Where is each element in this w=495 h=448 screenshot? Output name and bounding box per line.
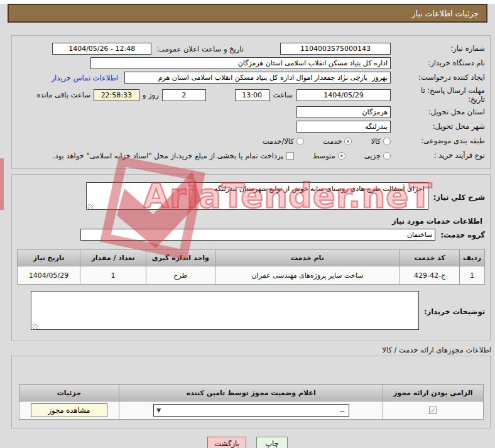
need-description-row: شرح کلي نیاز: اجرای آسفالت طرح هادی روست… <box>17 182 485 212</box>
col-license-status: اعلام وضعیت مجوز توسط تامین کننده <box>119 385 383 402</box>
remaining-days-label: روز و <box>143 90 159 99</box>
process-type-option-partial: جزیی <box>364 151 391 160</box>
col-license-required: الزامی بودن ارائه مجوز <box>383 385 483 402</box>
process-type-label: نوع فرآیند خرید : <box>391 151 485 160</box>
back-button[interactable]: بازگشت <box>207 437 246 448</box>
remaining-days-input[interactable] <box>162 89 206 101</box>
cell-need-date: 1404/05/29 <box>18 266 80 285</box>
deadline-label-line2: تاریخ: <box>396 95 485 104</box>
treasury-option: پرداخت تمام یا بخشی از مبلغ خرید،از محل … <box>53 151 294 160</box>
delivery-city-input[interactable] <box>296 121 391 133</box>
goods-radio[interactable] <box>383 138 391 145</box>
licenses-table-row: -- ▼ مشاهده مجوز <box>19 402 483 420</box>
deadline-label: مهلت ارسال پاسخ: تا تاریخ: <box>391 86 485 104</box>
cell-quantity: 1 <box>80 266 146 285</box>
announce-datetime-label: تاریخ و ساعت اعلان عمومی: <box>151 45 244 53</box>
request-creator-label: ایجاد کننده درخواست: <box>391 73 485 82</box>
service-radio[interactable] <box>344 138 352 145</box>
buyer-notes-textarea[interactable] <box>31 291 419 330</box>
license-status-select[interactable]: -- ▼ <box>153 404 349 417</box>
table-row: 1 ج-42-429 ساخت سایر پروژه‌های مهندسی عم… <box>18 266 485 285</box>
subject-class-option-goods: کالا <box>371 137 391 146</box>
service-group-label: گروه خدمت: <box>435 231 485 239</box>
license-status-value: -- <box>164 407 349 415</box>
col-unit: واحد اندازه گیری <box>146 249 215 266</box>
licenses-group: الزامی بودن ارائه مجوز اعلام وضعیت مجوز … <box>11 356 491 429</box>
page-title-bar: جزئیات اطلاعات نیاز <box>8 4 487 23</box>
countdown-input[interactable] <box>94 89 139 101</box>
service-group-input[interactable] <box>80 229 435 241</box>
cell-row-number: 1 <box>460 266 485 285</box>
licenses-table: الزامی بودن ارائه مجوز اعلام وضعیت مجوز … <box>19 384 484 420</box>
col-quantity: تعداد / مقدار <box>80 249 146 266</box>
subject-class-label: طبقه بندی موضوعی: <box>391 136 485 145</box>
services-section-title: اطلاعات خدمات مورد نیاز <box>19 217 482 226</box>
countdown-label: ساعت باقی مانده <box>37 90 90 99</box>
licenses-table-header-row: الزامی بودن ارائه مجوز اعلام وضعیت مجوز … <box>19 385 483 402</box>
partial-radio[interactable] <box>383 152 391 160</box>
buyer-notes-row: توضیحات خریدار: <box>17 291 485 332</box>
delivery-province-input[interactable] <box>296 106 391 118</box>
subject-class-row: طبقه بندی موضوعی: کالا خدمت کالا/خدمت <box>17 134 485 148</box>
delivery-city-row: شهر محل تحویل: <box>17 120 485 133</box>
goods-service-radio-label: کالا/خدمت <box>263 137 294 146</box>
col-need-date: تاریخ نیاز <box>18 249 80 266</box>
need-info-group: شماره نیاز: تاریخ و ساعت اعلان عمومی: نا… <box>11 35 491 169</box>
license-required-checkbox[interactable] <box>429 407 437 414</box>
licenses-section-title: اطلاعات مجوزهای ارائه خدمت / کالا <box>0 346 491 354</box>
need-description-textarea[interactable]: اجرای آسفالت طرح هادی روستای سایه خوش از… <box>86 182 428 210</box>
request-creator-input[interactable] <box>124 72 391 84</box>
services-table: ردیف کد خدمت نام خدمت واحد اندازه گیری ت… <box>17 249 485 285</box>
deadline-hour-input[interactable] <box>235 89 269 101</box>
view-license-button[interactable]: مشاهده مجوز <box>31 403 107 417</box>
deadline-row: مهلت ارسال پاسخ: تا تاریخ: ساعت روز و سا… <box>17 85 485 104</box>
cell-unit: طرح <box>146 266 215 285</box>
medium-radio[interactable] <box>338 152 345 160</box>
buyer-name-input[interactable] <box>90 57 391 69</box>
process-type-row: نوع فرآیند خرید : جزیی متوسط پرداخت تمام… <box>17 149 485 162</box>
subject-class-option-goods-service: کالا/خدمت <box>263 137 304 146</box>
process-type-option-medium: متوسط <box>313 151 345 160</box>
watermark-edge-mark <box>0 158 4 210</box>
cell-service-code: ج-42-429 <box>400 266 460 285</box>
cell-license-required <box>383 402 483 420</box>
col-service-name: نام خدمت <box>215 249 400 266</box>
deadline-date-input[interactable] <box>296 89 391 101</box>
service-radio-label: خدمت <box>323 137 342 146</box>
need-number-label: شماره نیاز: <box>391 44 485 53</box>
col-row-number: ردیف <box>460 249 485 266</box>
buyer-notes-label: توضیحات خریدار: <box>419 307 485 316</box>
footer-actions: چاپ بازگشت <box>0 437 495 448</box>
page-title: جزئیات اطلاعات نیاز <box>412 9 479 18</box>
col-service-code: کد خدمت <box>400 249 460 266</box>
delivery-city-label: شهر محل تحویل: <box>391 122 485 131</box>
treasury-checkbox[interactable] <box>286 152 294 160</box>
cell-license-status: -- ▼ <box>119 402 383 420</box>
treasury-checkbox-label: پرداخت تمام یا بخشی از مبلغ خرید،از محل … <box>53 151 283 160</box>
service-group-row: گروه خدمت: <box>17 228 485 241</box>
buyer-contact-link[interactable]: اطلاعات تماس خریدار <box>51 74 118 82</box>
col-license-details: جزئیات <box>19 385 119 402</box>
services-table-header-row: ردیف کد خدمت نام خدمت واحد اندازه گیری ت… <box>18 249 485 266</box>
subject-class-option-service: خدمت <box>323 137 352 146</box>
request-creator-row: ایجاد کننده درخواست: اطلاعات تماس خریدار <box>17 71 485 84</box>
cell-license-details: مشاهده مجوز <box>19 402 119 420</box>
print-button[interactable]: چاپ <box>256 437 288 448</box>
delivery-province-label: استان محل تحویل: <box>391 107 485 116</box>
deadline-hour-label: ساعت <box>273 90 293 99</box>
chevron-down-icon: ▼ <box>154 407 164 413</box>
delivery-province-row: استان محل تحویل: <box>17 106 485 119</box>
need-number-input[interactable] <box>280 43 391 55</box>
announce-datetime-input[interactable] <box>52 43 151 55</box>
partial-radio-label: جزیی <box>364 151 381 160</box>
need-description-label: شرح کلي نیاز: <box>428 193 485 202</box>
cell-service-name: ساخت سایر پروژه‌های مهندسی عمران <box>215 266 400 285</box>
need-description-wrap: اجرای آسفالت طرح هادی روستای سایه خوش از… <box>86 182 428 212</box>
deadline-label-line1: مهلت ارسال پاسخ: تا <box>396 86 485 95</box>
buyer-name-row: نام دستگاه خریدار: <box>17 57 485 70</box>
services-group: شرح کلي نیاز: اجرای آسفالت طرح هادی روست… <box>11 174 491 341</box>
goods-service-radio[interactable] <box>296 138 304 145</box>
buyer-notes-wrap <box>31 291 419 332</box>
buyer-name-label: نام دستگاه خریدار: <box>391 58 485 67</box>
goods-radio-label: کالا <box>371 137 381 146</box>
